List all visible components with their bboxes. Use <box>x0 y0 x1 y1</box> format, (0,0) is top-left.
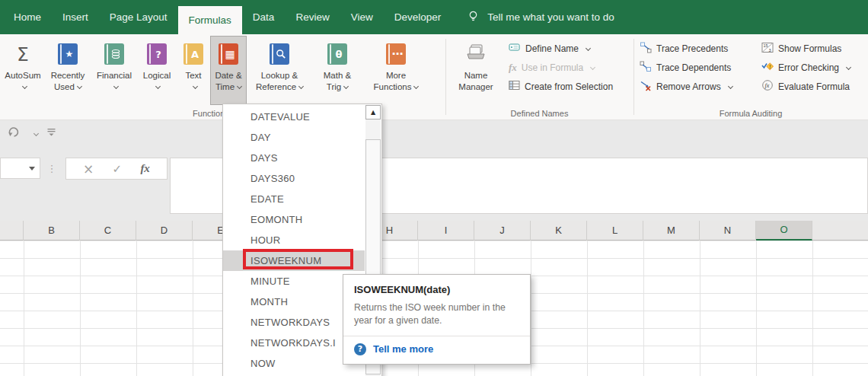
chevron-down-icon <box>728 84 733 89</box>
text-button[interactable]: A Text <box>177 36 210 105</box>
trace-dependents-icon <box>640 60 652 75</box>
column-headers: B C D E F G H I J K L M N O <box>0 221 868 241</box>
lightbulb-icon <box>467 10 480 25</box>
column-header-c[interactable]: C <box>80 221 136 241</box>
chevron-down-icon <box>21 84 27 89</box>
tell-me-box[interactable]: Tell me what you want to do <box>467 0 614 34</box>
insert-function-icon[interactable]: fx <box>140 162 150 175</box>
svg-text:3: 3 <box>769 47 771 52</box>
date-time-book-icon: ▦ <box>219 43 238 65</box>
tell-me-label: Tell me what you want to do <box>487 11 614 23</box>
lookup-book-icon <box>270 43 289 65</box>
menu-item-day[interactable]: DAY <box>223 127 365 148</box>
tell-me-more-link[interactable]: Tell me more <box>373 343 433 355</box>
column-header-j[interactable]: J <box>474 221 531 241</box>
tab-formulas[interactable]: Formulas <box>178 6 242 34</box>
chevron-down-icon <box>192 84 197 89</box>
show-formulas-button[interactable]: 153 Show Formulas <box>761 39 850 58</box>
column-header-o-selected[interactable]: O <box>756 221 812 241</box>
name-box-dropdown-icon[interactable] <box>29 167 35 170</box>
financial-button[interactable]: Financial <box>91 36 137 105</box>
column-header-m[interactable]: M <box>643 221 700 241</box>
autosum-button[interactable]: Σ AutoSum <box>2 36 44 105</box>
recently-used-book-icon: ★ <box>58 43 78 65</box>
text-book-icon: A <box>183 43 203 65</box>
chevron-down-icon <box>237 84 242 89</box>
function-tooltip: ISOWEEKNUM(date) Returns the ISO week nu… <box>343 274 531 365</box>
group-label-defined-names: Defined Names <box>445 109 633 118</box>
column-header-b[interactable]: B <box>24 221 80 241</box>
tab-page-layout[interactable]: Page Layout <box>99 0 178 34</box>
column-header-l[interactable]: L <box>587 221 643 241</box>
tab-developer[interactable]: Developer <box>384 0 452 34</box>
highlight-box-annotation <box>243 249 353 269</box>
tab-view[interactable]: View <box>340 0 384 34</box>
group-divider <box>633 39 634 115</box>
sigma-icon: Σ <box>17 43 29 65</box>
column-header-k[interactable]: K <box>531 221 587 241</box>
tooltip-separator <box>343 336 530 336</box>
grid-selection-icon <box>509 80 520 93</box>
tab-data[interactable]: Data <box>242 0 286 34</box>
recently-used-button[interactable]: ★ RecentlyUsed <box>44 36 91 105</box>
tab-home[interactable]: Home <box>3 0 52 34</box>
cancel-icon[interactable]: × <box>83 161 94 177</box>
trace-precedents-button[interactable]: Trace Precedents <box>640 39 732 58</box>
menu-item-edate[interactable]: EDATE <box>223 189 365 209</box>
more-functions-button[interactable]: ⋯ MoreFunctions <box>362 36 429 105</box>
use-in-formula-button: fx Use in Formula <box>509 58 613 77</box>
excel-window: Home Insert Page Layout Formulas Data Re… <box>0 0 868 376</box>
menu-item-datevalue[interactable]: DATEVALUE <box>223 107 365 127</box>
column-header-i[interactable]: I <box>418 221 474 241</box>
show-formulas-icon: 153 <box>761 42 774 56</box>
redo-button[interactable] <box>8 126 22 141</box>
redo-dropdown-chevron[interactable] <box>34 130 39 135</box>
svg-text:15: 15 <box>764 43 768 48</box>
chevron-down-icon <box>846 65 851 70</box>
customize-qat-button[interactable] <box>47 126 56 140</box>
tooltip-description: Returns the ISO week number in the year … <box>354 301 519 328</box>
enter-icon[interactable]: ✓ <box>113 162 123 176</box>
scroll-up-button[interactable]: ▲ <box>365 105 381 119</box>
group-divider <box>445 39 446 115</box>
menu-item-days[interactable]: DAYS <box>223 148 365 168</box>
lookup-reference-button[interactable]: Lookup &Reference <box>247 36 312 105</box>
chevron-down-icon <box>155 84 161 89</box>
chevron-down-icon <box>590 65 595 70</box>
tab-review[interactable]: Review <box>285 0 340 34</box>
logical-button[interactable]: ? Logical <box>137 36 177 105</box>
math-trig-button[interactable]: θ Math &Trig <box>312 36 362 105</box>
remove-arrows-button[interactable]: Remove Arrows <box>640 77 732 96</box>
logical-book-icon: ? <box>147 43 167 65</box>
more-functions-book-icon: ⋯ <box>386 43 406 65</box>
menu-item-eomonth[interactable]: EOMONTH <box>223 209 365 230</box>
name-box-resize-handle[interactable]: ⋮ <box>46 158 58 179</box>
menu-item-hour[interactable]: HOUR <box>223 230 365 250</box>
create-from-selection-button[interactable]: Create from Selection <box>509 77 613 96</box>
tab-insert[interactable]: Insert <box>52 0 99 34</box>
name-box[interactable] <box>0 158 40 179</box>
column-header-partial[interactable] <box>0 221 24 241</box>
ribbon-tab-bar: Home Insert Page Layout Formulas Data Re… <box>0 0 868 34</box>
svg-text:!: ! <box>769 64 771 69</box>
financial-book-icon <box>104 43 124 65</box>
define-name-button[interactable]: Define Name <box>509 39 613 58</box>
tooltip-title: ISOWEEKNUM(date) <box>354 284 519 295</box>
name-manager-button[interactable]: NameManager <box>451 36 501 105</box>
svg-text:fx: fx <box>765 82 770 89</box>
trace-dependents-button[interactable]: Trace Dependents <box>640 58 732 77</box>
chevron-down-icon <box>113 84 118 89</box>
evaluate-formula-button[interactable]: fx Evaluate Formula <box>761 77 850 96</box>
column-header-n[interactable]: N <box>700 221 756 241</box>
menu-item-days360[interactable]: DAYS360 <box>223 168 365 189</box>
chevron-down-icon <box>413 84 419 89</box>
column-header-d[interactable]: D <box>136 221 193 241</box>
column-header-partial[interactable] <box>812 221 868 241</box>
tag-icon <box>509 42 521 55</box>
evaluate-formula-icon: fx <box>761 79 774 94</box>
error-checking-button[interactable]: ! Error Checking <box>761 58 850 77</box>
date-time-button[interactable]: ▦ Date &Time <box>210 36 247 105</box>
math-book-icon: θ <box>327 43 347 65</box>
group-label-formula-auditing: Formula Auditing <box>633 109 868 118</box>
chevron-down-icon <box>343 84 349 89</box>
